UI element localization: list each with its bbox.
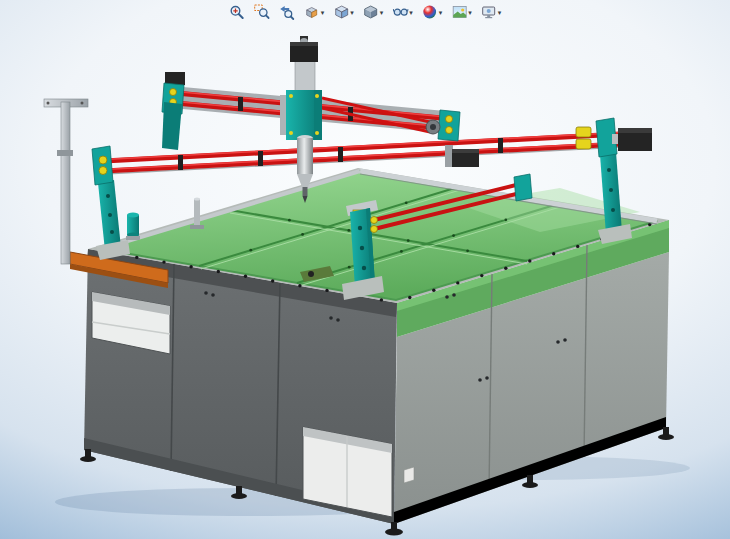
z-carriage[interactable]: [286, 90, 322, 140]
hide-show-items-caret[interactable]: ▾: [409, 9, 413, 16]
view-orientation-icon: [333, 4, 349, 20]
view-orientation-caret[interactable]: ▾: [350, 9, 354, 16]
right-stanchion[interactable]: [598, 152, 632, 244]
section-view-icon: [304, 4, 320, 20]
hide-show-items-icon: [392, 4, 408, 20]
previous-view-button[interactable]: [278, 3, 296, 21]
display-style-caret[interactable]: ▾: [380, 9, 384, 16]
clamp-cylinder[interactable]: [126, 213, 140, 241]
zoom-to-fit-icon: [229, 4, 245, 20]
edit-appearance-icon: [422, 4, 438, 20]
beam-left-bracket: [162, 102, 182, 150]
support-post[interactable]: [44, 99, 88, 264]
z-axis-motor[interactable]: [290, 36, 318, 62]
apply-scene-icon: [451, 4, 467, 20]
view-orientation-button[interactable]: ▾: [332, 3, 355, 21]
rail-end-plate-left: [92, 146, 113, 185]
section-view-button[interactable]: ▾: [303, 3, 326, 21]
zoom-to-fit-button[interactable]: [228, 3, 246, 21]
y-axis-motor[interactable]: [445, 145, 479, 167]
view-settings-icon: [481, 4, 497, 20]
view-settings-caret[interactable]: ▾: [498, 9, 502, 16]
model-canvas[interactable]: [0, 0, 730, 539]
previous-view-icon: [279, 4, 295, 20]
apply-scene-caret[interactable]: ▾: [468, 9, 472, 16]
x-axis-motor[interactable]: [612, 128, 652, 151]
cad-viewport[interactable]: ▾ ▾ ▾ ▾: [0, 0, 730, 539]
zoom-to-area-button[interactable]: [253, 3, 271, 21]
edit-appearance-button[interactable]: ▾: [421, 3, 444, 21]
display-style-button[interactable]: ▾: [362, 3, 385, 21]
stub-end-block: [514, 174, 532, 201]
display-style-icon: [363, 4, 379, 20]
left-stanchion[interactable]: [96, 180, 130, 260]
section-view-caret[interactable]: ▾: [321, 9, 325, 16]
cnc-machine-model[interactable]: [44, 36, 690, 536]
view-heads-up-toolbar: ▾ ▾ ▾ ▾: [228, 2, 503, 22]
panel-label: [404, 467, 414, 483]
apply-scene-button[interactable]: ▾: [450, 3, 473, 21]
z-axis-assembly[interactable]: [280, 36, 322, 203]
edit-appearance-caret[interactable]: ▾: [439, 9, 443, 16]
zoom-to-area-icon: [254, 4, 270, 20]
hide-show-items-button[interactable]: ▾: [391, 3, 414, 21]
view-settings-button[interactable]: ▾: [480, 3, 503, 21]
beam-end-right: [438, 110, 460, 141]
